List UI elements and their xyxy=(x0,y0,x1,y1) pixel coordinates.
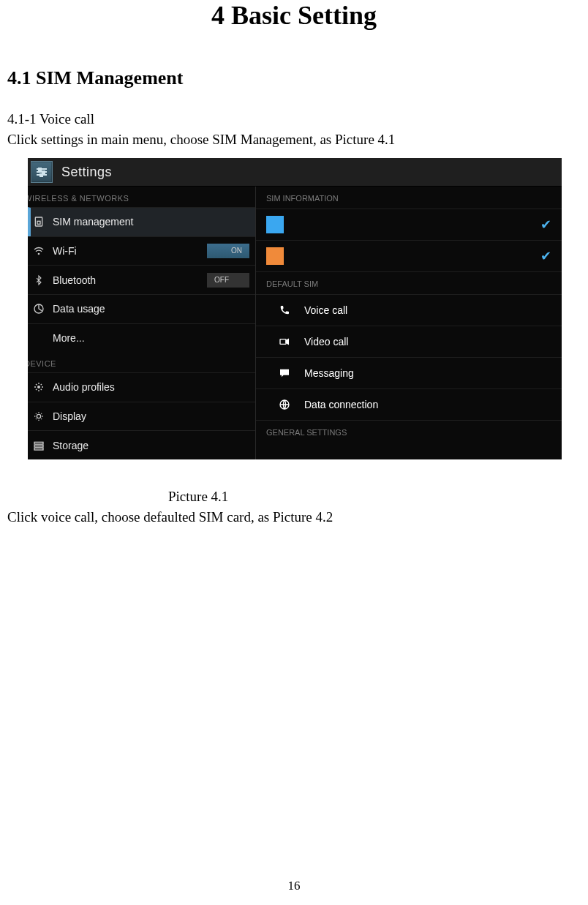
row-label: Voice call xyxy=(304,304,347,316)
sim-information-header: SIM INFORMATION xyxy=(256,187,562,209)
globe-icon xyxy=(278,398,291,411)
default-sim-header: DEFAULT SIM xyxy=(256,272,562,295)
storage-icon xyxy=(32,439,45,452)
nav-label: Storage xyxy=(53,440,249,451)
blank-icon xyxy=(32,331,45,345)
svg-rect-9 xyxy=(280,339,286,345)
svg-point-5 xyxy=(37,414,40,418)
settings-screenshot: Settings WIRELESS & NETWORKS SIM managem… xyxy=(28,158,562,459)
default-video-call[interactable]: Video call xyxy=(256,326,562,358)
default-messaging[interactable]: Messaging xyxy=(256,358,562,389)
sim-card-icon xyxy=(32,215,45,228)
nav-data-usage[interactable]: Data usage xyxy=(28,294,255,323)
settings-app-icon xyxy=(31,161,53,183)
sim-badge-blue xyxy=(266,216,284,233)
data-usage-icon xyxy=(32,302,45,315)
audio-icon xyxy=(32,380,45,394)
nav-audio-profiles[interactable]: Audio profiles xyxy=(28,372,255,402)
sim-badge-orange xyxy=(266,247,284,265)
nav-wifi[interactable]: Wi-Fi ON xyxy=(28,236,255,266)
nav-sim-management[interactable]: SIM management xyxy=(28,207,255,236)
row-label: Messaging xyxy=(304,367,354,379)
wifi-toggle[interactable]: ON xyxy=(207,244,249,258)
default-voice-call[interactable]: Voice call xyxy=(256,295,562,326)
nav-label: Display xyxy=(53,410,249,422)
wifi-icon xyxy=(32,244,45,258)
app-title: Settings xyxy=(61,165,112,180)
bluetooth-icon xyxy=(32,274,45,287)
video-icon xyxy=(278,335,291,348)
phone-icon xyxy=(278,304,291,317)
app-header: Settings xyxy=(28,158,562,187)
svg-rect-1 xyxy=(37,222,40,225)
nav-more[interactable]: More... xyxy=(28,323,255,353)
svg-point-2 xyxy=(38,253,39,254)
svg-rect-6 xyxy=(34,442,43,444)
intro-text: Click settings in main menu, choose SIM … xyxy=(7,132,581,148)
nav-label: More... xyxy=(53,332,249,344)
display-icon xyxy=(32,410,45,423)
default-data-connection[interactable]: Data connection xyxy=(256,389,562,421)
bluetooth-toggle[interactable]: OFF xyxy=(207,273,249,288)
check-icon[interactable]: ✔ xyxy=(540,248,551,264)
followup-text: Click voice call, choose defaulted SIM c… xyxy=(7,509,581,525)
nav-label: SIM management xyxy=(53,216,249,228)
figure-caption: Picture 4.1 xyxy=(168,489,581,505)
wireless-networks-header: WIRELESS & NETWORKS xyxy=(28,187,255,207)
row-label: Video call xyxy=(304,336,348,348)
right-content-panel: SIM INFORMATION ✔ ✔ DEFAULT SIM Voi xyxy=(256,187,562,459)
nav-label: Wi-Fi xyxy=(53,245,200,257)
sim-slot-1[interactable]: ✔ xyxy=(256,209,562,241)
nav-display[interactable]: Display xyxy=(28,402,255,431)
section-title: 4.1 SIM Management xyxy=(7,67,581,89)
nav-label: Bluetooth xyxy=(53,274,200,286)
subsection-label: 4.1-1 Voice call xyxy=(7,111,581,127)
left-nav-panel: WIRELESS & NETWORKS SIM management Wi-Fi… xyxy=(28,187,256,459)
nav-label: Data usage xyxy=(53,303,249,315)
nav-storage[interactable]: Storage xyxy=(28,430,255,459)
nav-label: Audio profiles xyxy=(53,381,249,393)
device-header: DEVICE xyxy=(28,352,255,372)
svg-rect-8 xyxy=(34,448,43,450)
general-settings-header: GENERAL SETTINGS xyxy=(256,421,562,443)
messaging-icon xyxy=(278,367,291,380)
sim-slot-2[interactable]: ✔ xyxy=(256,241,562,272)
check-icon[interactable]: ✔ xyxy=(540,217,551,233)
page-number: 16 xyxy=(0,879,588,893)
svg-point-4 xyxy=(37,386,40,388)
svg-rect-7 xyxy=(34,445,43,447)
chapter-title: 4 Basic Setting xyxy=(7,0,581,31)
row-label: Data connection xyxy=(304,399,378,410)
nav-bluetooth[interactable]: Bluetooth OFF xyxy=(28,265,255,294)
